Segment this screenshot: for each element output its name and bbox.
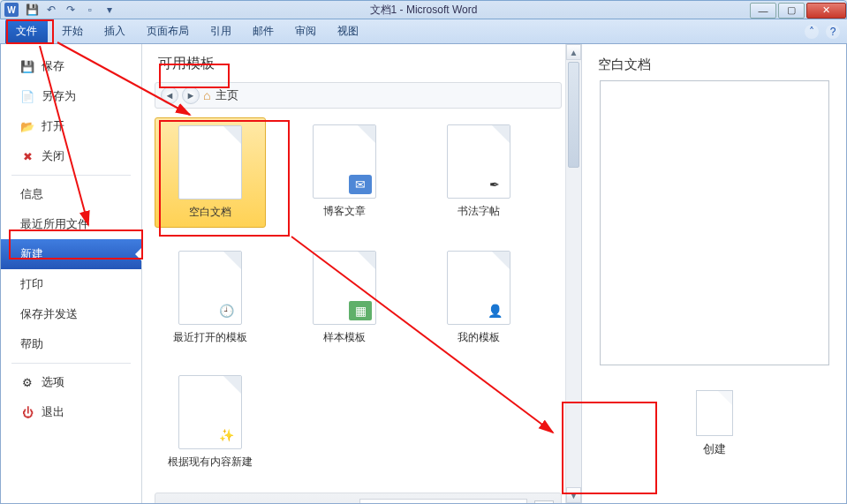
scroll-down-button[interactable]: ▼	[566, 487, 581, 503]
sidebar-item-close[interactable]: ✖关闭	[1, 141, 141, 171]
blog-post-icon: ✉	[313, 124, 376, 199]
qat-redo-icon[interactable]: ↷	[64, 3, 78, 17]
open-icon: 📂	[20, 119, 34, 133]
qat-undo-icon[interactable]: ↶	[44, 3, 58, 17]
template-label: 根据现有内容新建	[168, 455, 253, 470]
sidebar-label: 信息	[20, 186, 43, 202]
search-office-templates-input[interactable]: 在 Office.com 上搜索模板	[359, 499, 527, 503]
template-calligraphy[interactable]: ✒ 书法字帖	[423, 117, 534, 228]
sidebar-item-open[interactable]: 📂打开	[1, 111, 141, 141]
tab-insert[interactable]: 插入	[94, 19, 136, 43]
save-icon: 💾	[20, 59, 34, 73]
sample-templates-icon: ▦	[313, 251, 376, 325]
sidebar-item-save[interactable]: 💾保存	[1, 51, 141, 81]
template-label: 样本模板	[323, 330, 366, 345]
tab-view[interactable]: 视图	[327, 19, 369, 43]
preview-panel: 空白文档 创建	[581, 44, 846, 503]
sidebar-label: 另存为	[42, 88, 76, 104]
sidebar-item-print[interactable]: 打印	[1, 269, 141, 299]
template-recent[interactable]: 🕘 最近打开的模板	[155, 244, 266, 352]
title-bar: W 💾 ↶ ↷ ▫ ▾ 文档1 - Microsoft Word — ▢ ✕	[0, 0, 847, 19]
qat-new-icon[interactable]: ▫	[83, 3, 97, 17]
sidebar-label: 选项	[42, 374, 64, 390]
templates-header: 可用模板	[155, 53, 562, 75]
templates-nav: ◄ ► ⌂ 主页	[155, 82, 562, 109]
backstage-main: 可用模板 ◄ ► ⌂ 主页 空白文档 ✉ 博客文章 ✒ 书法字帖	[142, 44, 846, 503]
sidebar-item-exit[interactable]: ⏻退出	[1, 397, 141, 427]
sidebar-label: 帮助	[20, 336, 43, 352]
sidebar-item-save-send[interactable]: 保存并发送	[1, 299, 141, 329]
sidebar-label: 退出	[42, 404, 64, 420]
word-app-icon: W	[4, 3, 19, 17]
sidebar-item-recent[interactable]: 最近所用文件	[1, 209, 141, 239]
templates-panel: 可用模板 ◄ ► ⌂ 主页 空白文档 ✉ 博客文章 ✒ 书法字帖	[142, 44, 565, 503]
scrollbar-thumb[interactable]	[568, 62, 579, 168]
tab-file[interactable]: 文件	[5, 19, 48, 43]
template-my-templates[interactable]: 👤 我的模板	[423, 244, 534, 352]
sidebar-item-options[interactable]: ⚙选项	[1, 367, 141, 397]
calligraphy-icon: ✒	[447, 124, 510, 199]
nav-forward-button[interactable]: ►	[182, 87, 200, 104]
tab-mailings[interactable]: 邮件	[242, 19, 284, 43]
template-label: 博客文章	[323, 204, 366, 219]
close-icon: ✖	[20, 149, 34, 163]
scroll-up-button[interactable]: ▲	[566, 44, 581, 60]
backstage-sidebar: 💾保存 📄另存为 📂打开 ✖关闭 信息 最近所用文件 新建 打印 保存并发送 帮…	[1, 44, 142, 503]
template-sample[interactable]: ▦ 样本模板	[289, 244, 400, 352]
divider	[11, 363, 131, 364]
preview-page	[600, 80, 829, 365]
minimize-button[interactable]: —	[750, 3, 776, 19]
save-as-icon: 📄	[20, 89, 34, 103]
backstage-view: 💾保存 📄另存为 📂打开 ✖关闭 信息 最近所用文件 新建 打印 保存并发送 帮…	[0, 44, 847, 504]
template-label: 我的模板	[458, 330, 500, 345]
office-templates-header: Office.com 模板 在 Office.com 上搜索模板 →	[155, 493, 562, 503]
home-icon[interactable]: ⌂	[203, 88, 210, 102]
tab-review[interactable]: 审阅	[284, 19, 327, 43]
from-existing-icon: ✨	[178, 375, 242, 449]
qat-save-icon[interactable]: 💾	[25, 3, 39, 17]
tab-page-layout[interactable]: 页面布局	[136, 19, 200, 43]
sidebar-label: 新建	[20, 246, 43, 262]
create-button[interactable]: 创建	[673, 385, 756, 463]
office-group-label: Office.com 模板	[163, 502, 244, 504]
template-from-existing[interactable]: ✨ 根据现有内容新建	[155, 368, 266, 477]
ribbon-minimize-icon[interactable]: ˄	[805, 25, 819, 39]
sidebar-label: 打印	[20, 276, 43, 292]
window-title: 文档1 - Microsoft Word	[370, 3, 478, 18]
close-window-button[interactable]: ✕	[806, 3, 846, 19]
divider	[11, 175, 131, 176]
help-icon[interactable]: ?	[826, 25, 840, 39]
exit-icon: ⏻	[20, 405, 34, 419]
template-label: 最近打开的模板	[173, 330, 247, 345]
create-icon	[696, 390, 733, 436]
tab-home[interactable]: 开始	[51, 19, 94, 43]
sidebar-item-new[interactable]: 新建	[1, 239, 141, 269]
template-label: 空白文档	[189, 205, 231, 220]
template-blog-post[interactable]: ✉ 博客文章	[289, 117, 400, 228]
search-go-button[interactable]: →	[534, 500, 554, 504]
sidebar-item-info[interactable]: 信息	[1, 179, 141, 209]
recent-templates-icon: 🕘	[178, 251, 242, 325]
sidebar-label: 保存并发送	[20, 306, 78, 322]
create-label: 创建	[703, 441, 726, 457]
preview-title: 空白文档	[598, 56, 651, 73]
sidebar-item-help[interactable]: 帮助	[1, 329, 141, 359]
sidebar-label: 关闭	[42, 148, 64, 164]
sidebar-label: 最近所用文件	[20, 216, 89, 232]
nav-back-button[interactable]: ◄	[161, 87, 178, 104]
ribbon-tabs: 文件 开始 插入 页面布局 引用 邮件 审阅 视图 ˄ ?	[0, 19, 847, 44]
my-templates-icon: 👤	[447, 251, 510, 325]
sidebar-label: 保存	[42, 58, 64, 74]
template-label: 书法字帖	[458, 204, 500, 219]
qat-dropdown-icon[interactable]: ▾	[102, 3, 117, 17]
breadcrumb[interactable]: 主页	[216, 87, 238, 103]
options-icon: ⚙	[20, 375, 34, 389]
sidebar-item-save-as[interactable]: 📄另存为	[1, 81, 141, 111]
sidebar-label: 打开	[42, 118, 64, 134]
maximize-button[interactable]: ▢	[778, 3, 805, 19]
tab-references[interactable]: 引用	[200, 19, 242, 43]
template-blank-document[interactable]: 空白文档	[155, 117, 266, 228]
blank-document-icon	[178, 125, 242, 199]
vertical-scrollbar[interactable]: ▲ ▼	[565, 44, 581, 503]
templates-grid: 空白文档 ✉ 博客文章 ✒ 书法字帖 🕘 最近打开的模板 ▦ 样本模板	[155, 117, 562, 477]
